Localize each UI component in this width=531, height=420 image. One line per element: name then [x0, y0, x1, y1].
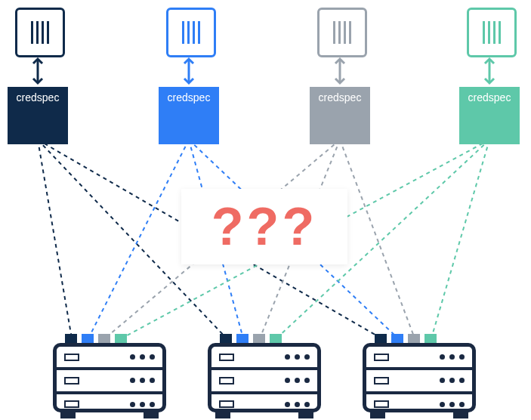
- server-node: [208, 329, 321, 420]
- credspec-box: credspec: [310, 87, 370, 144]
- diagram-canvas: credspec credspec credspec credspec ???: [0, 0, 531, 420]
- credspec-box: credspec: [8, 87, 68, 144]
- question-box: ???: [181, 189, 347, 264]
- server-icon: [53, 343, 166, 412]
- question-label: ???: [211, 196, 317, 257]
- server-node: [363, 329, 476, 420]
- server-icon: [363, 343, 476, 412]
- credspec-label: credspec: [17, 91, 60, 103]
- server-node: [53, 329, 166, 420]
- credspec-box: credspec: [459, 87, 520, 144]
- credspec-box: credspec: [159, 87, 219, 144]
- credspec-label: credspec: [319, 91, 362, 103]
- credspec-label: credspec: [168, 91, 211, 103]
- server-icon: [208, 343, 321, 412]
- credspec-label: credspec: [468, 91, 511, 103]
